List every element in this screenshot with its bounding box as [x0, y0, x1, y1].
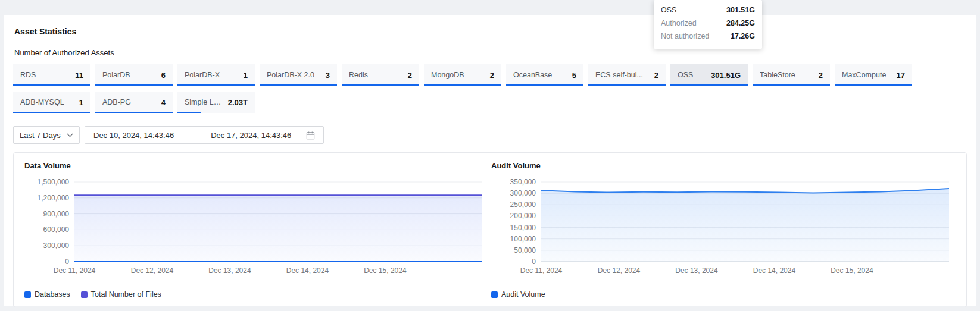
- svg-text:Dec 15, 2024: Dec 15, 2024: [831, 266, 873, 275]
- asset-chip-label: ADB-PG: [102, 98, 131, 106]
- svg-text:150,000: 150,000: [510, 224, 536, 232]
- page-title: Asset Statistics: [14, 27, 967, 36]
- svg-text:0: 0: [532, 257, 536, 266]
- legend-item-total-number-of-files[interactable]: Total Number of Files: [81, 290, 161, 299]
- tooltip-row-not-authorized: Not authorized 17.26G: [661, 30, 755, 43]
- tooltip-title: OSS: [661, 6, 676, 14]
- svg-text:300,000: 300,000: [510, 189, 536, 197]
- audit-volume-legend: Audit Volume: [491, 290, 957, 299]
- start-date[interactable]: Dec 10, 2024, 14:43:46: [93, 131, 174, 140]
- asset-chip-label: Simple Log ...: [185, 98, 223, 106]
- data-volume-plot: 0300,000600,000900,0001,200,0001,500,000…: [23, 175, 490, 288]
- asset-chip-label: PolarDB-X 2.0: [267, 71, 314, 79]
- asset-chip-label: ADB-MYSQL: [20, 98, 64, 106]
- svg-text:300,000: 300,000: [43, 241, 70, 250]
- asset-chip-accent-bar: [835, 84, 912, 86]
- chart-title-data-volume: Data Volume: [24, 161, 490, 170]
- asset-chip-value: 2.03T: [228, 98, 248, 107]
- date-range-picker[interactable]: Dec 10, 2024, 14:43:46 Dec 17, 2024, 14:…: [85, 126, 324, 144]
- svg-text:900,000: 900,000: [43, 210, 70, 218]
- asset-chip-accent-bar: [424, 84, 501, 86]
- asset-chip-value: 17: [897, 71, 905, 80]
- chart-title-audit-volume: Audit Volume: [491, 161, 957, 170]
- calendar-icon[interactable]: [306, 131, 315, 140]
- svg-text:50,000: 50,000: [514, 246, 536, 255]
- svg-text:Dec 11, 2024: Dec 11, 2024: [54, 266, 96, 275]
- time-range-select[interactable]: Last 7 Days: [13, 126, 80, 144]
- filters-row: Last 7 Days Dec 10, 2024, 14:43:46 Dec 1…: [13, 126, 967, 144]
- asset-chip-value: 2: [819, 71, 823, 80]
- svg-text:Dec 11, 2024: Dec 11, 2024: [520, 266, 563, 275]
- asset-chip-tablestore[interactable]: TableStore2: [753, 64, 830, 86]
- asset-chip-accent-bar: [670, 84, 748, 86]
- asset-chip-label: PolarDB: [102, 71, 130, 79]
- svg-text:Dec 13, 2024: Dec 13, 2024: [675, 266, 718, 275]
- asset-chip-label: OSS: [678, 71, 693, 79]
- asset-chip-redis[interactable]: Redis2: [342, 64, 419, 86]
- svg-text:100,000: 100,000: [510, 235, 536, 243]
- tooltip-row-label: Authorized: [661, 19, 697, 27]
- tooltip-row-label: Not authorized: [661, 32, 709, 40]
- legend-label: Total Number of Files: [91, 290, 161, 299]
- asset-chip-ecs-self-bui[interactable]: ECS self-bui...2: [588, 64, 666, 86]
- asset-chip-accent-bar: [588, 84, 666, 86]
- asset-chip-label: MongoDB: [431, 71, 464, 79]
- asset-chip-maxcompute[interactable]: MaxCompute17: [835, 64, 912, 86]
- svg-text:Dec 15, 2024: Dec 15, 2024: [364, 266, 407, 275]
- asset-chip-value: 2: [490, 71, 494, 80]
- svg-text:Dec 14, 2024: Dec 14, 2024: [753, 266, 796, 275]
- legend-item-databases[interactable]: Databases: [24, 290, 70, 299]
- legend-item-audit-volume[interactable]: Audit Volume: [491, 290, 545, 299]
- data-volume-chart: Data Volume 0300,000600,000900,0001,200,…: [23, 161, 490, 301]
- asset-chip-label: OceanBase: [513, 71, 552, 79]
- tooltip-title-value: 301.51G: [726, 6, 755, 14]
- asset-chip-value: 301.51G: [711, 71, 741, 80]
- asset-chip-simple-log[interactable]: Simple Log ...2.03T: [177, 92, 255, 113]
- asset-chip-value: 11: [75, 71, 83, 80]
- asset-chip-accent-bar: [342, 84, 419, 86]
- legend-swatch: [491, 291, 498, 298]
- asset-chip-label: TableStore: [760, 71, 795, 79]
- asset-chip-polardb[interactable]: PolarDB6: [95, 64, 173, 86]
- svg-text:250,000: 250,000: [510, 200, 536, 209]
- asset-chip-label: RDS: [20, 71, 36, 79]
- tooltip-row-value: 17.26G: [731, 32, 755, 40]
- asset-chip-label: MaxCompute: [842, 71, 886, 79]
- asset-chip-label: Redis: [349, 71, 368, 79]
- asset-chip-accent-bar: [13, 84, 90, 86]
- legend-label: Audit Volume: [501, 290, 545, 299]
- asset-chip-accent-bar: [260, 84, 337, 86]
- svg-text:350,000: 350,000: [510, 178, 536, 186]
- asset-chip-value: 1: [79, 98, 83, 107]
- legend-swatch: [81, 291, 88, 298]
- asset-chip-list: RDS11PolarDB6PolarDB-X1PolarDB-X 2.03Red…: [13, 64, 967, 113]
- asset-chip-mongodb[interactable]: MongoDB2: [424, 64, 501, 86]
- asset-chip-value: 4: [161, 98, 166, 107]
- chart-svg: 0300,000600,000900,0001,200,0001,500,000…: [23, 175, 491, 288]
- svg-text:Dec 12, 2024: Dec 12, 2024: [131, 266, 174, 275]
- asset-chip-accent-bar: [13, 112, 90, 113]
- charts-container: Data Volume 0300,000600,000900,0001,200,…: [13, 152, 967, 307]
- asset-chip-value: 5: [572, 71, 576, 80]
- end-date[interactable]: Dec 17, 2024, 14:43:46: [211, 131, 291, 140]
- section-title: Number of Authorized Assets: [14, 48, 967, 57]
- chart-svg: 050,000100,000150,000200,000250,000300,0…: [490, 175, 957, 288]
- time-range-value: Last 7 Days: [20, 131, 61, 140]
- asset-chip-polardb-x[interactable]: PolarDB-X1: [177, 64, 255, 86]
- asset-chip-label: PolarDB-X: [185, 71, 220, 79]
- audit-volume-chart: Audit Volume 050,000100,000150,000200,00…: [490, 161, 957, 301]
- svg-text:Dec 13, 2024: Dec 13, 2024: [208, 266, 251, 275]
- asset-chip-accent-bar: [177, 112, 201, 113]
- svg-text:Dec 12, 2024: Dec 12, 2024: [598, 266, 641, 275]
- svg-text:1,500,000: 1,500,000: [38, 178, 70, 186]
- asset-chip-oss[interactable]: OSS301.51G: [670, 64, 748, 86]
- asset-chip-oceanbase[interactable]: OceanBase5: [506, 64, 583, 86]
- asset-chip-accent-bar: [753, 84, 830, 86]
- legend-swatch: [24, 291, 31, 298]
- asset-chip-rds[interactable]: RDS11: [13, 64, 90, 86]
- asset-chip-polardb-x-2-0[interactable]: PolarDB-X 2.03: [260, 64, 337, 86]
- asset-chip-adb-mysql[interactable]: ADB-MYSQL1: [13, 92, 90, 113]
- tooltip-header-row: OSS 301.51G: [661, 4, 755, 17]
- asset-chip-value: 2: [408, 71, 412, 80]
- asset-chip-adb-pg[interactable]: ADB-PG4: [95, 92, 173, 113]
